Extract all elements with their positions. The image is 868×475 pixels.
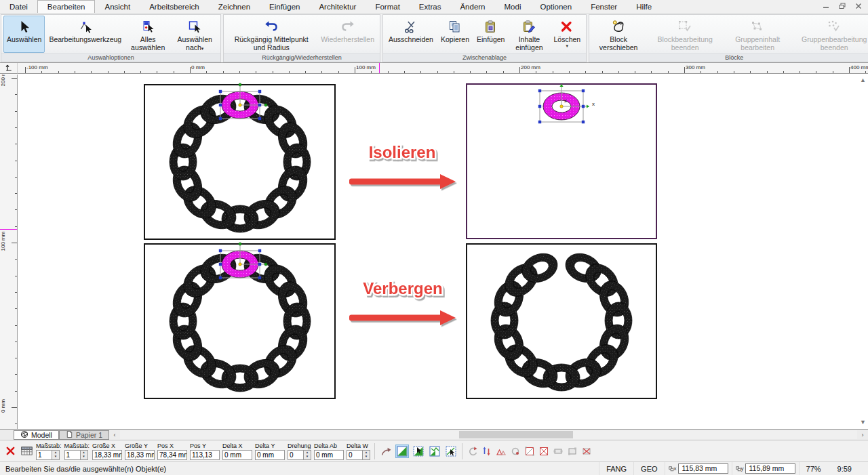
calculator-icon[interactable] — [20, 445, 33, 458]
spinner-control[interactable]: ▲▼ — [363, 450, 370, 460]
ruler-tick — [15, 308, 17, 309]
ribbon-button-auswahlen-nach[interactable]: Auswählen nach▾ — [171, 16, 218, 53]
ribbon-button-alles-auswahlen[interactable]: Alles auswählen — [125, 16, 170, 53]
mirror-square-icon[interactable] — [524, 445, 535, 457]
zoom-level[interactable]: 77% — [799, 462, 828, 475]
ruler-tick — [12, 78, 17, 79]
menu-item-optionen[interactable]: Optionen — [530, 0, 581, 13]
scale-triangles-icon[interactable] — [495, 445, 507, 457]
menu-item-modi[interactable]: Modi — [495, 0, 531, 13]
menu-item-hilfe[interactable]: Hilfe — [627, 0, 661, 13]
snap-toggle[interactable]: FANG — [599, 462, 633, 475]
menu-item-arbeitsbereich[interactable]: Arbeitsbereich — [140, 0, 209, 13]
close-button[interactable] — [854, 2, 863, 9]
scroll-up-icon[interactable]: ▲︎ — [860, 77, 866, 83]
sheet-tab-papier-1[interactable]: Papier 1 — [59, 430, 109, 440]
ribbon-button-kopieren[interactable]: Kopieren — [437, 16, 473, 53]
field-massstab-1: Maßstab:1▲▼ — [64, 442, 90, 460]
move-arrows-icon[interactable] — [481, 445, 492, 457]
array-square-icon[interactable] — [538, 445, 549, 457]
field-value[interactable]: 113,13 — [190, 450, 220, 460]
y-coordinate-field[interactable]: 115,89 mm — [745, 463, 795, 474]
ruler-tick — [25, 67, 26, 73]
ruler-tick — [536, 71, 536, 73]
select-mode-lasso[interactable] — [444, 445, 458, 458]
horizontal-scrollbar[interactable] — [120, 430, 857, 439]
panel-original-chain-top[interactable] — [144, 83, 335, 239]
select-mode-fence[interactable] — [428, 445, 441, 458]
ribbon-button-einfugen[interactable]: Einfügen — [473, 16, 508, 53]
spinner-control[interactable]: ▲▼ — [52, 450, 60, 460]
ruler-tick — [717, 71, 718, 73]
field-value[interactable]: 18,33 mm — [125, 450, 155, 460]
panel-original-chain-bottom[interactable] — [144, 243, 335, 398]
ruler-tick — [800, 71, 800, 73]
field-value[interactable]: 0 mm — [255, 450, 285, 460]
spinner-control[interactable]: ▲▼ — [81, 450, 88, 460]
stretch-rect-icon[interactable] — [552, 445, 564, 457]
rotate-tool-icon[interactable] — [467, 445, 478, 457]
menu-item-ansicht[interactable]: Ansicht — [95, 0, 140, 13]
menu-item-fenster[interactable]: Fenster — [581, 0, 627, 13]
paper-page-icon — [66, 430, 73, 440]
paste-special-icon — [521, 18, 537, 36]
annotation-arrow-verbergen[interactable] — [349, 310, 456, 325]
y-coordinate: y 115,89 mm — [732, 462, 799, 475]
ribbon-button-block-verschieben[interactable]: Block verschieben — [591, 16, 646, 53]
resize-rect-icon[interactable] — [566, 445, 578, 457]
spinner-control[interactable]: ▲▼ — [304, 450, 311, 460]
model-globe-icon — [20, 430, 28, 440]
field-value[interactable]: 1 — [64, 450, 81, 460]
menu-item-datei[interactable]: Datei — [0, 0, 37, 13]
menu-item-architektur[interactable]: Architektur — [309, 0, 366, 13]
svg-text:x: x — [592, 101, 595, 107]
annotation-arrow-isolieren[interactable] — [349, 174, 456, 189]
ruler-tick — [15, 111, 17, 112]
drawing-canvas[interactable]: xz Isolieren Verbergen — [18, 74, 868, 429]
field-massstab-0: Maßstab:1▲▼ — [36, 442, 62, 460]
field-value[interactable]: 18,33 mm — [92, 450, 122, 460]
bent-arrow-icon[interactable] — [379, 445, 393, 458]
ruler-tick — [470, 71, 471, 73]
panel-isolated-result[interactable]: xz — [467, 84, 656, 239]
field-value[interactable]: 78,34 mm — [157, 450, 187, 460]
ribbon: AuswählenBearbeitungswerkzeugAlles auswä… — [0, 14, 868, 63]
tab-scroll-left-icon[interactable]: ‹ — [109, 430, 120, 440]
panel-hidden-result[interactable] — [467, 244, 656, 398]
field-value[interactable]: 0 mm — [222, 450, 252, 460]
status-bar: Bearbeiten Sie das/die ausgewählte(n) Ob… — [0, 461, 868, 475]
menu-item-format[interactable]: Format — [366, 0, 409, 13]
cancel-icon[interactable] — [3, 445, 17, 458]
ribbon-button-loschen[interactable]: Löschen▾ — [550, 16, 584, 53]
ruler-tick — [15, 144, 17, 144]
minimize-button[interactable] — [822, 2, 830, 9]
scroll-down-icon[interactable]: ▼︎ — [860, 419, 866, 426]
ribbon-button-ruckgangig-mittelpunkt-und-radius[interactable]: Rückgängig Mittelpunkt und Radius — [226, 16, 317, 53]
ruler-origin-button[interactable] — [0, 63, 18, 74]
scroll-right-icon[interactable]: › — [857, 430, 868, 440]
select-mode-crossing[interactable] — [412, 445, 425, 458]
menu-item-extras[interactable]: Extras — [410, 0, 451, 13]
scrollbar-thumb[interactable] — [459, 431, 573, 438]
geo-toggle[interactable]: GEO — [633, 462, 664, 475]
ribbon-button-bearbeitungswerkzeug[interactable]: Bearbeitungswerkzeug — [45, 16, 125, 53]
menu-item-andern[interactable]: Ändern — [450, 0, 494, 13]
menu-item-zeichnen[interactable]: Zeichnen — [209, 0, 260, 13]
remove-array-icon[interactable] — [580, 445, 592, 457]
field-value[interactable]: 0 — [288, 450, 304, 460]
deform-knot-icon[interactable] — [509, 445, 521, 457]
x-coordinate-field[interactable]: 115,83 mm — [678, 463, 728, 474]
ruler-tick — [15, 177, 17, 178]
ribbon-button-inhalte-einfugen[interactable]: Inhalte einfügen — [509, 16, 549, 53]
restore-button[interactable] — [838, 2, 846, 9]
ribbon-button-ausschneiden[interactable]: Ausschneiden — [385, 16, 437, 53]
menu-item-einfugen[interactable]: Einfügen — [260, 0, 309, 13]
field-value[interactable]: 0 mm — [314, 450, 344, 460]
field-value[interactable]: 1 — [36, 450, 52, 460]
sheet-tab-modell[interactable]: Modell — [14, 430, 59, 440]
menu-item-bearbeiten[interactable]: Bearbeiten — [37, 0, 96, 13]
select-mode-window[interactable] — [395, 445, 409, 458]
field-value[interactable]: 0 — [347, 450, 363, 460]
ribbon-button-auswahlen[interactable]: Auswählen — [3, 16, 45, 53]
ribbon-group-ruckgangig-wiederherstellen: Rückgängig Mittelpunkt und RadiusWiederh… — [223, 14, 380, 62]
